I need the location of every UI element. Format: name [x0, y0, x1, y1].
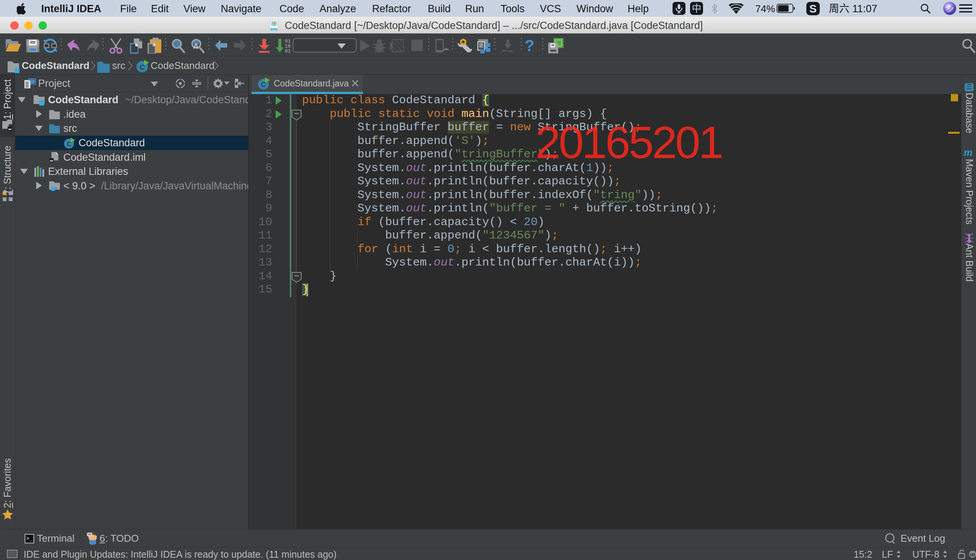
svg-text:C: C: [67, 140, 71, 148]
svg-text:A: A: [193, 42, 199, 50]
svg-text:C: C: [140, 63, 145, 71]
svg-text:01: 01: [285, 48, 291, 54]
svg-text:TEXT: TEXT: [271, 28, 277, 31]
svg-text:C: C: [261, 81, 266, 88]
